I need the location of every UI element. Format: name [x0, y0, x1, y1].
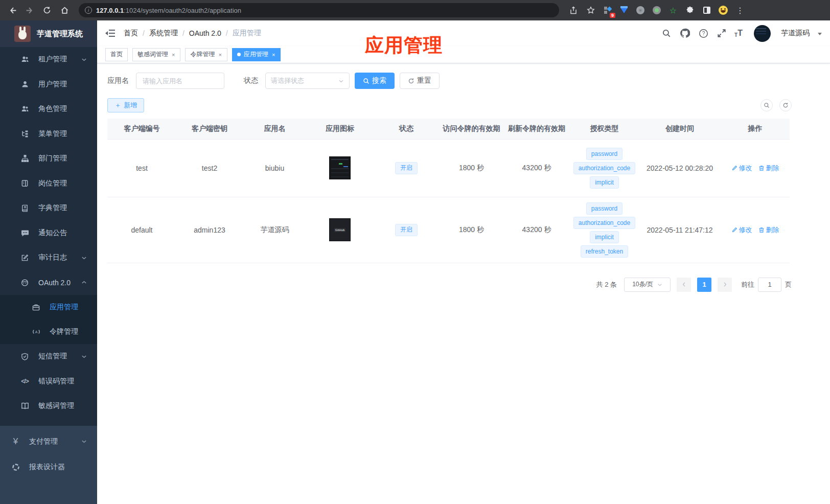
edit-button[interactable]: 修改	[731, 225, 752, 235]
table-row: test test2 biubiu 开启 1800 秒 43200 秒 pass…	[107, 139, 790, 197]
browser-home-button[interactable]	[57, 3, 72, 17]
breadcrumb-current: 应用管理	[233, 29, 261, 38]
sidebar-item-tenant[interactable]: 租户管理	[0, 47, 97, 72]
active-tab-dot	[237, 53, 241, 56]
sidebar: 芋道管理系统 租户管理 用户管理 角色管理 菜单管理 部门管理	[0, 20, 97, 504]
open-book-icon	[20, 402, 29, 410]
browser-forward-button[interactable]	[22, 3, 37, 17]
font-size-icon[interactable]: TT	[734, 29, 743, 38]
sidebar-item-oauth[interactable]: OAuth 2.0	[0, 270, 97, 295]
breadcrumb: 首页 / 系统管理 / OAuth 2.0 / 应用管理	[124, 29, 261, 38]
tab-application[interactable]: 应用管理×	[232, 48, 281, 61]
tab-token[interactable]: 令牌管理×	[185, 48, 227, 61]
address-bar[interactable]: i 127.0.0.1:1024/system/oauth2/oauth2/ap…	[79, 3, 559, 17]
sidebar-item-oauth-token[interactable]: A 令牌管理	[0, 319, 97, 344]
sidebar-item-dict[interactable]: 字典管理	[0, 196, 97, 221]
breadcrumb-oauth[interactable]: OAuth 2.0	[189, 29, 221, 37]
trash-icon	[758, 165, 765, 171]
extension-tabs-icon[interactable]: 9	[601, 4, 614, 17]
side-panel-icon[interactable]	[700, 4, 713, 17]
share-icon[interactable]	[566, 3, 581, 17]
table-row: default admin123 芋道源码 GitHub 开启 1800 秒 4…	[107, 197, 790, 263]
logo-rabbit-image	[14, 26, 31, 42]
pencil-icon	[731, 165, 737, 171]
sidebar-item-post[interactable]: 岗位管理	[0, 171, 97, 196]
app-name-input[interactable]	[136, 73, 224, 89]
browser-back-button[interactable]	[5, 3, 19, 17]
fullscreen-icon[interactable]	[716, 28, 727, 39]
grant-type-tags: password authorization_code implicit	[572, 148, 637, 189]
users-icon	[20, 55, 29, 64]
briefcase-icon	[32, 303, 40, 312]
close-icon[interactable]: ×	[171, 52, 175, 58]
sidebar-item-audit-log[interactable]: 审计日志	[0, 245, 97, 270]
reset-button[interactable]: 重置	[400, 73, 440, 89]
badge-icon	[20, 179, 29, 188]
user-menu-caret-icon[interactable]	[818, 33, 822, 35]
sidebar-item-report-designer[interactable]: 报表设计器	[0, 454, 97, 480]
tab-sensitive-word[interactable]: 敏感词管理×	[132, 48, 180, 61]
user-avatar[interactable]	[754, 25, 771, 42]
extension-record-icon[interactable]	[650, 4, 663, 17]
sidebar-item-role[interactable]: 角色管理	[0, 97, 97, 122]
sidebar-item-pay[interactable]: ¥ 支付管理	[0, 429, 97, 454]
chevron-down-icon	[81, 57, 87, 62]
col-client-id: 客户端编号	[107, 119, 176, 139]
help-icon[interactable]: ?	[698, 28, 709, 39]
breadcrumb-system[interactable]: 系统管理	[149, 29, 178, 38]
status-label: 状态	[244, 76, 258, 85]
sidebar-item-menu[interactable]: 菜单管理	[0, 122, 97, 147]
bookmark-star-icon[interactable]	[584, 3, 598, 17]
root-menu: ¥ 支付管理 报表设计器	[0, 426, 97, 504]
extension-star-icon[interactable]: ☆	[666, 4, 680, 17]
sidebar-collapse-icon[interactable]	[105, 28, 116, 38]
chevron-down-icon	[657, 282, 662, 287]
col-grant-types: 授权类型	[570, 119, 639, 139]
robot-icon	[20, 278, 29, 287]
prev-page-button[interactable]	[677, 278, 691, 292]
site-info-icon[interactable]: i	[85, 7, 92, 14]
top-navbar: 首页 / 系统管理 / OAuth 2.0 / 应用管理 ?	[97, 20, 830, 46]
table-toolbar: ＋ 新增	[107, 98, 792, 112]
sidebar-item-user[interactable]: 用户管理	[0, 72, 97, 97]
edit-log-icon	[20, 254, 29, 262]
sidebar-item-dept[interactable]: 部门管理	[0, 146, 97, 171]
browser-menu-icon[interactable]: ⋮	[733, 3, 747, 17]
plus-icon: ＋	[114, 101, 121, 110]
add-button[interactable]: ＋ 新增	[107, 98, 144, 112]
toggle-search-icon[interactable]	[760, 99, 773, 111]
col-created-time: 创建时间	[639, 119, 721, 139]
username[interactable]: 芋道源码	[781, 29, 810, 38]
status-select[interactable]: 请选择状态	[265, 73, 350, 89]
close-icon[interactable]: ×	[218, 52, 222, 58]
app-logo[interactable]: 芋道管理系统	[0, 20, 97, 47]
page-size-select[interactable]: 10条/页	[624, 278, 671, 292]
close-icon[interactable]: ×	[271, 52, 275, 58]
search-icon[interactable]	[661, 28, 672, 39]
breadcrumb-home[interactable]: 首页	[124, 29, 138, 38]
sidebar-item-sms[interactable]: 短信管理	[0, 344, 97, 369]
next-page-button[interactable]	[718, 278, 732, 292]
sidebar-item-sensitive-word[interactable]: 敏感词管理	[0, 394, 97, 419]
delete-button[interactable]: 删除	[758, 164, 779, 173]
extension-gray-icon[interactable]: ✳	[634, 4, 647, 17]
delete-button[interactable]: 删除	[758, 225, 779, 235]
search-icon	[363, 78, 370, 84]
profile-avatar-icon[interactable]	[717, 4, 730, 17]
sidebar-item-oauth-application[interactable]: 应用管理	[0, 295, 97, 319]
sidebar-item-error-code[interactable]: </> 错误码管理	[0, 369, 97, 394]
browser-reload-button[interactable]	[40, 3, 54, 17]
goto-page-input[interactable]	[758, 278, 781, 292]
segmented-circle-icon	[11, 463, 20, 471]
refresh-table-icon[interactable]	[779, 99, 792, 111]
page-number-button[interactable]: 1	[697, 278, 711, 292]
search-button[interactable]: 搜索	[355, 73, 395, 89]
tab-home[interactable]: 首页	[105, 48, 128, 61]
refresh-icon	[408, 78, 414, 84]
edit-button[interactable]: 修改	[731, 164, 752, 173]
github-icon[interactable]	[679, 28, 690, 39]
page-unit-label: 页	[785, 280, 792, 289]
extensions-puzzle-icon[interactable]	[683, 3, 697, 17]
extension-gem-icon[interactable]	[617, 4, 631, 17]
sidebar-item-notice[interactable]: 通知公告	[0, 221, 97, 246]
